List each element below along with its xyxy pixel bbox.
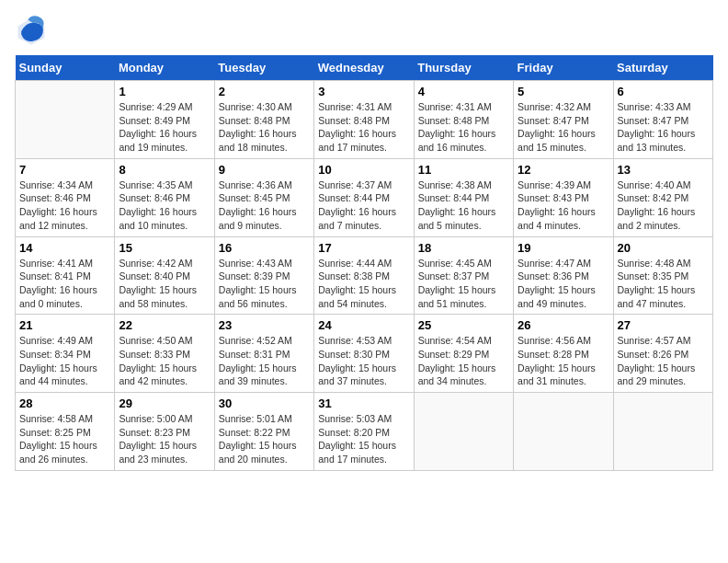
day-number: 8 <box>119 163 210 177</box>
day-number: 19 <box>518 241 609 255</box>
day-number: 10 <box>318 163 409 177</box>
day-info: Sunrise: 4:50 AM Sunset: 8:33 PM Dayligh… <box>119 334 210 388</box>
day-number: 5 <box>518 85 609 98</box>
day-number: 21 <box>19 318 110 332</box>
week-row-5: 28Sunrise: 4:58 AM Sunset: 8:25 PM Dayli… <box>16 393 713 471</box>
calendar-cell: 3Sunrise: 4:31 AM Sunset: 8:48 PM Daylig… <box>314 81 414 159</box>
day-info: Sunrise: 4:44 AM Sunset: 8:38 PM Dayligh… <box>318 257 409 311</box>
day-info: Sunrise: 5:03 AM Sunset: 8:20 PM Dayligh… <box>318 412 409 466</box>
day-number: 17 <box>318 241 409 255</box>
day-info: Sunrise: 4:32 AM Sunset: 8:47 PM Dayligh… <box>518 100 609 155</box>
calendar-cell: 30Sunrise: 5:01 AM Sunset: 8:22 PM Dayli… <box>214 393 313 471</box>
day-info: Sunrise: 4:31 AM Sunset: 8:48 PM Dayligh… <box>318 100 409 155</box>
calendar-cell: 2Sunrise: 4:30 AM Sunset: 8:48 PM Daylig… <box>214 81 313 159</box>
calendar-cell: 25Sunrise: 4:54 AM Sunset: 8:29 PM Dayli… <box>414 315 513 393</box>
day-number: 20 <box>618 241 709 255</box>
day-number: 13 <box>618 163 709 177</box>
calendar-cell: 9Sunrise: 4:36 AM Sunset: 8:45 PM Daylig… <box>214 158 313 236</box>
logo-icon <box>15 15 48 48</box>
header-monday: Monday <box>115 55 214 81</box>
day-info: Sunrise: 4:40 AM Sunset: 8:42 PM Dayligh… <box>618 178 709 233</box>
header-row: SundayMondayTuesdayWednesdayThursdayFrid… <box>16 55 713 81</box>
day-number: 28 <box>19 396 110 410</box>
day-number: 2 <box>219 85 310 98</box>
day-info: Sunrise: 4:30 AM Sunset: 8:48 PM Dayligh… <box>219 100 310 155</box>
day-info: Sunrise: 4:48 AM Sunset: 8:35 PM Dayligh… <box>618 257 709 311</box>
calendar-cell: 31Sunrise: 5:03 AM Sunset: 8:20 PM Dayli… <box>314 393 414 471</box>
day-info: Sunrise: 4:56 AM Sunset: 8:28 PM Dayligh… <box>518 334 609 388</box>
calendar-cell <box>514 393 613 471</box>
day-info: Sunrise: 4:39 AM Sunset: 8:43 PM Dayligh… <box>518 178 609 233</box>
day-number: 24 <box>318 318 409 332</box>
calendar-cell: 15Sunrise: 4:42 AM Sunset: 8:40 PM Dayli… <box>115 236 214 315</box>
calendar-cell: 24Sunrise: 4:53 AM Sunset: 8:30 PM Dayli… <box>314 315 414 393</box>
calendar-cell: 23Sunrise: 4:52 AM Sunset: 8:31 PM Dayli… <box>214 315 313 393</box>
calendar-cell: 8Sunrise: 4:35 AM Sunset: 8:46 PM Daylig… <box>115 158 214 236</box>
calendar-cell <box>16 81 115 159</box>
calendar-cell: 10Sunrise: 4:37 AM Sunset: 8:44 PM Dayli… <box>314 158 414 236</box>
day-number: 18 <box>418 241 509 255</box>
day-info: Sunrise: 4:49 AM Sunset: 8:34 PM Dayligh… <box>19 334 110 388</box>
calendar-cell: 16Sunrise: 4:43 AM Sunset: 8:39 PM Dayli… <box>214 236 313 315</box>
calendar-cell <box>613 393 712 471</box>
day-info: Sunrise: 4:45 AM Sunset: 8:37 PM Dayligh… <box>418 257 509 311</box>
calendar-cell: 13Sunrise: 4:40 AM Sunset: 8:42 PM Dayli… <box>613 158 712 236</box>
calendar-cell: 28Sunrise: 4:58 AM Sunset: 8:25 PM Dayli… <box>16 393 115 471</box>
day-info: Sunrise: 4:58 AM Sunset: 8:25 PM Dayligh… <box>19 412 110 466</box>
calendar-cell: 5Sunrise: 4:32 AM Sunset: 8:47 PM Daylig… <box>514 81 613 159</box>
day-info: Sunrise: 5:00 AM Sunset: 8:23 PM Dayligh… <box>119 412 210 466</box>
calendar-cell: 14Sunrise: 4:41 AM Sunset: 8:41 PM Dayli… <box>16 236 115 315</box>
calendar-cell: 6Sunrise: 4:33 AM Sunset: 8:47 PM Daylig… <box>613 81 712 159</box>
day-info: Sunrise: 4:57 AM Sunset: 8:26 PM Dayligh… <box>618 334 709 388</box>
week-row-1: 1Sunrise: 4:29 AM Sunset: 8:49 PM Daylig… <box>16 81 713 159</box>
calendar-cell: 29Sunrise: 5:00 AM Sunset: 8:23 PM Dayli… <box>115 393 214 471</box>
calendar-cell: 27Sunrise: 4:57 AM Sunset: 8:26 PM Dayli… <box>613 315 712 393</box>
day-number: 7 <box>19 163 110 177</box>
calendar-cell <box>414 393 513 471</box>
calendar-cell: 18Sunrise: 4:45 AM Sunset: 8:37 PM Dayli… <box>414 236 513 315</box>
day-info: Sunrise: 4:33 AM Sunset: 8:47 PM Dayligh… <box>618 100 709 155</box>
calendar-cell: 26Sunrise: 4:56 AM Sunset: 8:28 PM Dayli… <box>514 315 613 393</box>
calendar-cell: 7Sunrise: 4:34 AM Sunset: 8:46 PM Daylig… <box>16 158 115 236</box>
day-number: 3 <box>318 85 409 98</box>
day-number: 12 <box>518 163 609 177</box>
day-number: 15 <box>119 241 210 255</box>
header-tuesday: Tuesday <box>214 55 313 81</box>
header-friday: Friday <box>514 55 613 81</box>
day-info: Sunrise: 4:37 AM Sunset: 8:44 PM Dayligh… <box>318 178 409 233</box>
day-number: 27 <box>618 318 709 332</box>
day-info: Sunrise: 4:34 AM Sunset: 8:46 PM Dayligh… <box>19 178 110 233</box>
calendar-table: SundayMondayTuesdayWednesdayThursdayFrid… <box>15 55 713 471</box>
day-number: 23 <box>219 318 310 332</box>
day-info: Sunrise: 4:43 AM Sunset: 8:39 PM Dayligh… <box>219 257 310 311</box>
day-info: Sunrise: 4:41 AM Sunset: 8:41 PM Dayligh… <box>19 257 110 311</box>
calendar-cell: 17Sunrise: 4:44 AM Sunset: 8:38 PM Dayli… <box>314 236 414 315</box>
day-info: Sunrise: 4:53 AM Sunset: 8:30 PM Dayligh… <box>318 334 409 388</box>
day-info: Sunrise: 4:29 AM Sunset: 8:49 PM Dayligh… <box>119 100 210 155</box>
day-number: 29 <box>119 396 210 410</box>
day-info: Sunrise: 4:52 AM Sunset: 8:31 PM Dayligh… <box>219 334 310 388</box>
header-wednesday: Wednesday <box>314 55 414 81</box>
week-row-2: 7Sunrise: 4:34 AM Sunset: 8:46 PM Daylig… <box>16 158 713 236</box>
week-row-3: 14Sunrise: 4:41 AM Sunset: 8:41 PM Dayli… <box>16 236 713 315</box>
calendar-cell: 21Sunrise: 4:49 AM Sunset: 8:34 PM Dayli… <box>16 315 115 393</box>
day-number: 26 <box>518 318 609 332</box>
day-info: Sunrise: 4:54 AM Sunset: 8:29 PM Dayligh… <box>418 334 509 388</box>
logo <box>15 15 51 48</box>
day-number: 14 <box>19 241 110 255</box>
calendar-cell: 1Sunrise: 4:29 AM Sunset: 8:49 PM Daylig… <box>115 81 214 159</box>
day-info: Sunrise: 4:47 AM Sunset: 8:36 PM Dayligh… <box>518 257 609 311</box>
day-info: Sunrise: 4:31 AM Sunset: 8:48 PM Dayligh… <box>418 100 509 155</box>
day-info: Sunrise: 4:38 AM Sunset: 8:44 PM Dayligh… <box>418 178 509 233</box>
day-number: 4 <box>418 85 509 98</box>
day-info: Sunrise: 4:42 AM Sunset: 8:40 PM Dayligh… <box>119 257 210 311</box>
day-number: 30 <box>219 396 310 410</box>
day-number: 9 <box>219 163 310 177</box>
calendar-cell: 22Sunrise: 4:50 AM Sunset: 8:33 PM Dayli… <box>115 315 214 393</box>
calendar-cell: 20Sunrise: 4:48 AM Sunset: 8:35 PM Dayli… <box>613 236 712 315</box>
day-number: 11 <box>418 163 509 177</box>
header-saturday: Saturday <box>613 55 712 81</box>
header-thursday: Thursday <box>414 55 513 81</box>
calendar-cell: 11Sunrise: 4:38 AM Sunset: 8:44 PM Dayli… <box>414 158 513 236</box>
day-number: 1 <box>119 85 210 98</box>
